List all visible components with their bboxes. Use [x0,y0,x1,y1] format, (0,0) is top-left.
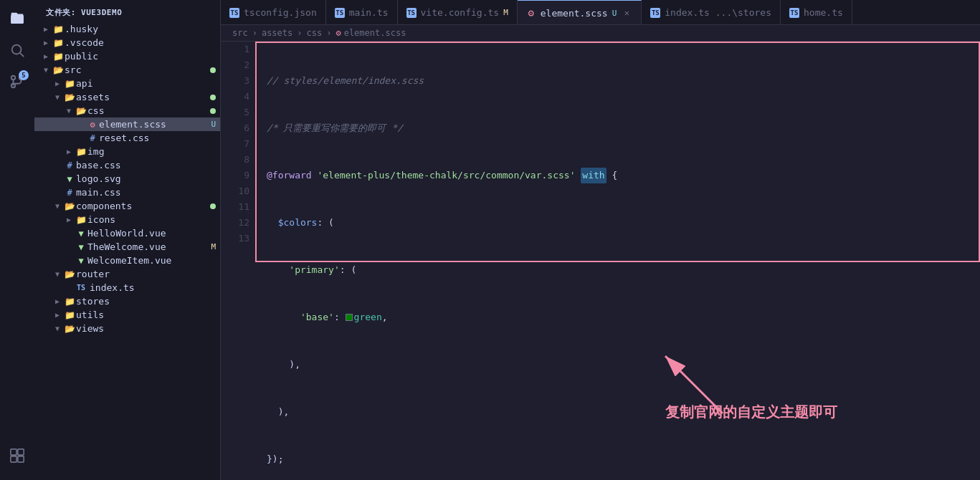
code-line-2: /* 只需要重写你需要的即可 */ [267,120,969,136]
ts-tab-icon: TS [406,8,417,18]
svg-rect-8 [11,456,16,462]
sidebar-item-thewelcome[interactable]: ▼ TheWelcome.vue M [34,240,220,254]
scss-tab-icon: ⚙ [526,8,536,18]
source-control-icon[interactable]: 5 [4,69,30,95]
sidebar-item-public[interactable]: ▶ 📁 public [34,49,220,63]
modified-dot [210,108,216,114]
sidebar-item-reset-css[interactable]: # reset.css [34,131,220,145]
tab-close-button[interactable]: ✕ [621,7,632,19]
search-icon[interactable] [4,37,30,63]
scss-breadcrumb-icon: ⚙ [336,28,341,38]
tab-element-scss[interactable]: ⚙ element.scss U ✕ [518,0,642,25]
sidebar-item-icons[interactable]: ▶ 📁 icons [34,213,220,226]
svg-line-2 [20,53,24,57]
code-area: // styles/element/index.scss /* 只需要重写你需要… [255,42,980,480]
breadcrumb-file: element.scss [344,28,406,38]
sidebar-label: WelcomeItem.vue [87,255,220,266]
sidebar-item-husky[interactable]: ▶ 📁 .husky [34,22,220,36]
sidebar-label: assets [76,92,210,102]
code-token: // styles/element/index.scss [267,73,424,89]
activity-bar: 5 [0,0,34,480]
sidebar-label: router [76,269,220,279]
code-line-3: @forward 'element-plus/theme-chalk/src/c… [267,168,969,183]
ts-tab-icon: TS [789,8,799,18]
main-area: TS tsconfig.json TS main.ts TS vite.conf… [221,0,980,480]
code-token: @forward [267,168,312,183]
sidebar-item-stores[interactable]: ▶ 📁 stores [34,294,220,308]
sidebar-label: api [76,78,220,89]
sidebar-item-helloworld[interactable]: ▼ HelloWorld.vue [34,226,220,240]
files-icon[interactable] [4,6,30,32]
chevron-down-icon: ▼ [63,107,75,115]
sidebar-label: stores [76,296,220,307]
chevron-right-icon: ▶ [52,311,63,319]
sidebar-item-router[interactable]: ▼ 📂 router [34,267,220,281]
tab-index-ts[interactable]: TS index.ts ...\stores [642,0,781,25]
sidebar-item-utils[interactable]: ▶ 📁 utils [34,308,220,322]
sidebar-item-src[interactable]: ▼ 📂 src [34,63,220,77]
tab-tsconfig[interactable]: TS tsconfig.json [221,0,326,25]
chevron-down-icon: ▼ [52,270,63,278]
sidebar-item-logo-svg[interactable]: ▼ logo.svg [34,172,220,186]
sidebar-item-components[interactable]: ▼ 📂 components [34,199,220,213]
sidebar-item-views[interactable]: ▼ 📂 views [34,322,220,335]
scss-file-icon: ⚙ [86,120,99,130]
svg-file-icon: ▼ [63,174,76,184]
sidebar-item-assets[interactable]: ▼ 📂 assets [34,90,220,104]
code-token: ), [267,404,289,420]
sidebar-label: views [76,323,220,334]
code-line-1: // styles/element/index.scss [267,73,969,89]
tab-home-ts[interactable]: TS home.ts [781,0,852,25]
folder-open-icon: 📂 [63,92,76,102]
chevron-right-icon: ▶ [52,297,63,305]
folder-icon: 📁 [52,24,65,34]
code-token: , [382,309,388,325]
sidebar-item-css[interactable]: ▼ 📂 css [34,104,220,117]
modified-badge: M [211,242,216,251]
sidebar-label: css [87,105,210,116]
color-swatch [346,314,353,321]
css-file-icon: # [63,188,76,198]
sidebar-label: .husky [65,24,220,34]
code-token [267,309,300,325]
sidebar-item-router-index[interactable]: TS index.ts [34,281,220,294]
line-numbers: 12345 678910 111213 [221,42,255,480]
chevron-right-icon: ▶ [40,25,52,33]
folder-icon: 📁 [75,147,87,157]
chevron-down-icon: ▼ [52,202,63,210]
sidebar-item-welcomeitem[interactable]: ▼ WelcomeItem.vue [34,254,220,267]
tab-vite-config[interactable]: TS vite.config.ts M [398,0,518,25]
sidebar-label: reset.css [99,133,220,143]
code-token: 'primary' [289,262,339,278]
sidebar-label: base.css [76,160,220,171]
editor[interactable]: 12345 678910 111213 // styles/element/in… [221,42,980,480]
code-line-9: }); [267,451,969,467]
breadcrumb-src: src [232,28,248,38]
chevron-right-icon: ▶ [63,148,75,155]
tab-main-ts[interactable]: TS main.ts [326,0,398,25]
svg-rect-9 [18,456,24,462]
sidebar-label: components [76,201,210,211]
sidebar-item-img[interactable]: ▶ 📁 img [34,145,220,158]
sidebar-label: src [65,64,210,75]
code-line-6: 'base' : green , [267,309,969,325]
code-token: : ( [317,215,333,231]
folder-open-icon: 📂 [63,201,76,211]
vue-file-icon: ▼ [75,229,87,239]
tab-bar: TS tsconfig.json TS main.ts TS vite.conf… [221,0,980,25]
svg-rect-7 [18,449,24,455]
sidebar-item-main-css[interactable]: # main.css [34,186,220,199]
code-token: { [606,168,618,183]
tab-label: main.ts [349,7,389,18]
sidebar-label: main.css [76,187,220,198]
vue-file-icon: ▼ [75,242,87,252]
editor-content: 12345 678910 111213 // styles/element/in… [221,42,980,480]
sidebar-item-base-css[interactable]: # base.css [34,158,220,172]
css-file-icon: # [86,133,99,143]
sidebar-item-element-scss[interactable]: ⚙ element.scss U [34,117,220,131]
sidebar-item-api[interactable]: ▶ 📁 api [34,77,220,90]
untracked-badge: U [211,120,216,129]
sidebar-item-vscode[interactable]: ▶ 📁 .vscode [34,36,220,49]
extensions-icon[interactable] [4,443,30,469]
code-line-7: ), [267,357,969,373]
